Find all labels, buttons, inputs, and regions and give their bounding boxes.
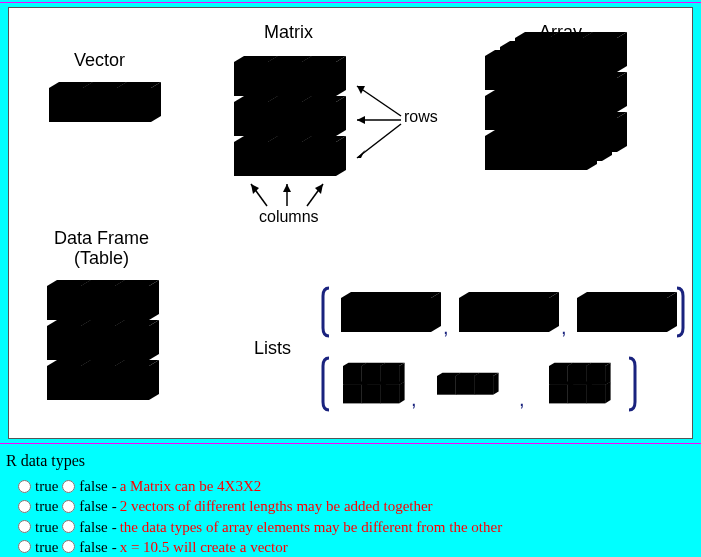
q4-false-label: false (77, 537, 111, 557)
q4-true-label: true (33, 537, 62, 557)
dash: - (112, 496, 120, 516)
rows-arrows (357, 86, 401, 158)
quiz-row-2: true false - 2 vectors of different leng… (4, 496, 693, 516)
vector-cubes (49, 82, 161, 122)
lists-group: , , , , (323, 288, 683, 410)
quiz-row-4: true false - x = 10.5 will create a vect… (4, 537, 693, 557)
horizontal-rule-2 (0, 443, 701, 444)
dataframe-cubes (47, 280, 159, 400)
svg-marker-5 (357, 150, 365, 158)
q3-false-radio[interactable] (62, 520, 75, 533)
q2-text: 2 vectors of different lengths may be ad… (120, 496, 433, 516)
q4-false-radio[interactable] (62, 540, 75, 553)
q1-false-radio[interactable] (62, 480, 75, 493)
svg-text:,: , (443, 316, 449, 338)
horizontal-rule (0, 2, 701, 3)
quiz-title: R data types (6, 452, 693, 470)
svg-line-4 (357, 124, 401, 158)
quiz-row-3: true false - the data types of array ele… (4, 517, 693, 537)
dash: - (112, 517, 120, 537)
q3-true-label: true (33, 517, 62, 537)
svg-text:,: , (411, 388, 417, 410)
matrix-cubes (234, 56, 346, 176)
q1-false-label: false (77, 476, 111, 496)
q3-true-radio[interactable] (18, 520, 31, 533)
svg-text:,: , (519, 388, 525, 410)
dash: - (112, 476, 120, 496)
q2-true-radio[interactable] (18, 500, 31, 513)
dash: - (112, 537, 120, 557)
svg-text:,: , (561, 316, 567, 338)
q2-false-label: false (77, 496, 111, 516)
q3-false-label: false (77, 517, 111, 537)
q4-true-radio[interactable] (18, 540, 31, 553)
columns-arrows (251, 184, 323, 206)
q1-true-radio[interactable] (18, 480, 31, 493)
q1-text: a Matrix can be 4X3X2 (120, 476, 262, 496)
q2-true-label: true (33, 496, 62, 516)
quiz-row-1: true false - a Matrix can be 4X3X2 (4, 476, 693, 496)
q2-false-radio[interactable] (62, 500, 75, 513)
svg-marker-9 (283, 184, 291, 192)
q1-true-label: true (33, 476, 62, 496)
diagram-svg: , , , , (9, 8, 692, 436)
svg-line-0 (357, 86, 401, 116)
q3-text: the data types of array elements may be … (120, 517, 503, 537)
q4-text: x = 10.5 will create a vector (120, 537, 288, 557)
array-cubes (485, 32, 627, 170)
svg-marker-3 (357, 116, 365, 124)
quiz-section: R data types true false - a Matrix can b… (0, 446, 701, 557)
r-data-types-diagram: Vector Matrix Array Data Frame (Table) r… (8, 7, 693, 439)
